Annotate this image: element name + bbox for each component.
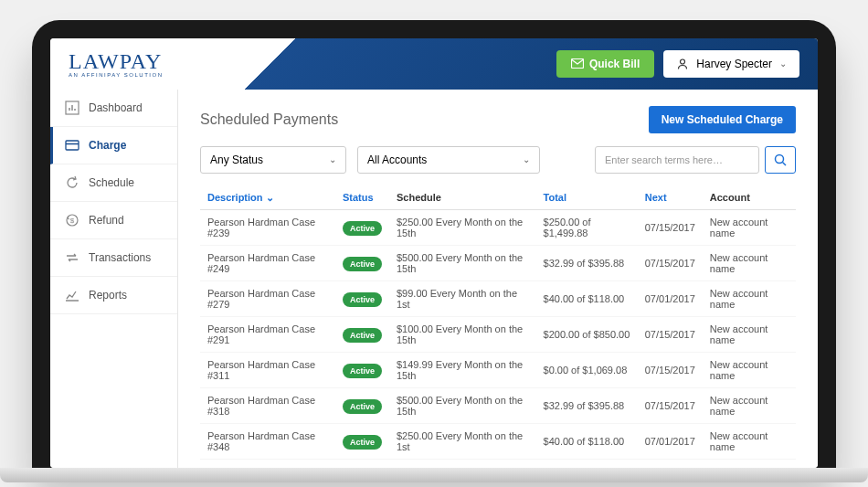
table-row[interactable]: Pearson Hardman Case #348Active$250.00 E… bbox=[200, 423, 796, 459]
cell-total: $250.00 of $1,499.88 bbox=[536, 209, 638, 245]
refresh-icon bbox=[65, 175, 79, 190]
cell-next: 07/01/2017 bbox=[638, 459, 703, 468]
cell-status: Active bbox=[335, 459, 389, 468]
accounts-filter[interactable]: All Accounts ⌄ bbox=[357, 146, 540, 174]
table-row[interactable]: Pearson Hardman Case #367Active$118.24 E… bbox=[200, 459, 796, 468]
cell-status: Active bbox=[335, 423, 389, 459]
status-badge: Active bbox=[343, 435, 382, 450]
search-input[interactable] bbox=[595, 146, 759, 174]
status-badge: Active bbox=[343, 221, 382, 236]
chevron-down-icon: ⌄ bbox=[779, 58, 787, 69]
refund-icon: $ bbox=[65, 213, 79, 228]
cell-next: 07/01/2017 bbox=[638, 423, 703, 459]
svg-line-12 bbox=[783, 162, 787, 165]
cell-total: $40.00 of $118.00 bbox=[536, 423, 638, 459]
cell-total: $0.00 of $1,069.08 bbox=[536, 352, 638, 387]
sidebar-item-label: Reports bbox=[89, 289, 127, 302]
cell-description: Pearson Hardman Case #239 bbox=[200, 209, 335, 245]
brand-logo: LAWPAY AN AFFINIPAY SOLUTION bbox=[69, 49, 164, 78]
sidebar-item-charge[interactable]: Charge bbox=[50, 127, 177, 164]
sidebar-item-label: Schedule bbox=[89, 176, 134, 189]
cell-account: New account name bbox=[703, 316, 796, 352]
cell-total: $200.00 of $850.00 bbox=[536, 316, 638, 352]
search-button[interactable] bbox=[765, 146, 796, 174]
brand-tagline: AN AFFINIPAY SOLUTION bbox=[69, 72, 164, 78]
col-next[interactable]: Next bbox=[638, 186, 703, 210]
search-box bbox=[595, 146, 796, 174]
status-filter[interactable]: Any Status ⌄ bbox=[200, 146, 346, 174]
sidebar-item-schedule[interactable]: Schedule bbox=[50, 164, 177, 202]
table-row[interactable]: Pearson Hardman Case #249Active$500.00 E… bbox=[200, 245, 796, 281]
cell-schedule: $100.00 Every Month on the 15th bbox=[389, 316, 536, 352]
svg-rect-6 bbox=[66, 141, 79, 150]
cell-next: 07/15/2017 bbox=[638, 387, 703, 423]
cell-description: Pearson Hardman Case #348 bbox=[200, 423, 335, 459]
sidebar-item-label: Charge bbox=[89, 139, 126, 152]
status-badge: Active bbox=[343, 364, 382, 378]
cell-account: New account name bbox=[703, 281, 796, 316]
cell-schedule: $118.24 Every Month on the 1st bbox=[389, 459, 536, 468]
sidebar-item-label: Refund bbox=[89, 214, 124, 227]
accounts-filter-label: All Accounts bbox=[367, 154, 427, 166]
new-scheduled-charge-button[interactable]: New Scheduled Charge bbox=[649, 106, 796, 133]
app-header: LAWPAY AN AFFINIPAY SOLUTION Quick Bill … bbox=[50, 38, 818, 90]
sidebar-item-dashboard[interactable]: Dashboard bbox=[50, 90, 177, 127]
transfer-icon bbox=[65, 250, 79, 265]
table-row[interactable]: Pearson Hardman Case #291Active$100.00 E… bbox=[200, 316, 796, 352]
cell-description: Pearson Hardman Case #311 bbox=[200, 352, 335, 387]
brand-name: LAWPAY bbox=[69, 49, 162, 73]
table-row[interactable]: Pearson Hardman Case #311Active$149.99 E… bbox=[200, 352, 796, 387]
table-row[interactable]: Pearson Hardman Case #318Active$500.00 E… bbox=[200, 387, 796, 423]
svg-point-1 bbox=[681, 59, 685, 64]
mail-icon bbox=[571, 58, 584, 69]
laptop-frame: LAWPAY AN AFFINIPAY SOLUTION Quick Bill … bbox=[32, 20, 836, 468]
sidebar-item-label: Transactions bbox=[89, 251, 151, 264]
cell-total: $200.00 of $850.00 bbox=[536, 459, 638, 468]
col-account: Account bbox=[703, 186, 796, 210]
cell-next: 07/15/2017 bbox=[638, 352, 703, 387]
user-menu[interactable]: Harvey Specter ⌄ bbox=[663, 50, 799, 78]
col-description[interactable]: Description ⌄ bbox=[200, 186, 335, 210]
status-badge: Active bbox=[343, 257, 382, 271]
col-total[interactable]: Total bbox=[536, 186, 638, 210]
svg-text:$: $ bbox=[70, 217, 75, 225]
card-icon bbox=[65, 138, 79, 153]
sidebar-item-refund[interactable]: $ Refund bbox=[50, 202, 177, 239]
cell-account: New account name bbox=[703, 209, 796, 245]
quick-bill-label: Quick Bill bbox=[589, 58, 640, 70]
cell-status: Active bbox=[335, 352, 389, 387]
status-badge: Active bbox=[343, 292, 382, 307]
chevron-down-icon: ⌄ bbox=[329, 154, 336, 164]
cell-description: Pearson Hardman Case #279 bbox=[200, 281, 335, 316]
quick-bill-button[interactable]: Quick Bill bbox=[556, 50, 654, 78]
app-screen: LAWPAY AN AFFINIPAY SOLUTION Quick Bill … bbox=[50, 38, 818, 468]
cell-description: Pearson Hardman Case #367 bbox=[200, 459, 335, 468]
cell-account: New account name bbox=[703, 423, 796, 459]
sidebar: Dashboard Charge Schedule $ bbox=[50, 90, 178, 468]
cell-next: 07/15/2017 bbox=[638, 245, 703, 281]
layout: Dashboard Charge Schedule $ bbox=[50, 90, 818, 468]
status-filter-label: Any Status bbox=[210, 154, 263, 166]
cell-schedule: $500.00 Every Month on the 15th bbox=[389, 387, 536, 423]
cell-schedule: $250.00 Every Month on the 15th bbox=[389, 209, 536, 245]
cell-status: Active bbox=[335, 387, 389, 423]
cell-schedule: $250.00 Every Month on the 1st bbox=[389, 423, 536, 459]
status-badge: Active bbox=[343, 399, 382, 414]
cell-total: $32.99 of $395.88 bbox=[536, 387, 638, 423]
col-status[interactable]: Status bbox=[335, 186, 389, 210]
table-row[interactable]: Pearson Hardman Case #239Active$250.00 E… bbox=[200, 209, 796, 245]
col-schedule: Schedule bbox=[389, 186, 536, 210]
cell-account: New account name bbox=[703, 245, 796, 281]
filter-bar: Any Status ⌄ All Accounts ⌄ bbox=[200, 146, 796, 174]
cell-description: Pearson Hardman Case #318 bbox=[200, 387, 335, 423]
sort-down-icon: ⌄ bbox=[266, 192, 274, 203]
sidebar-item-transactions[interactable]: Transactions bbox=[50, 239, 177, 277]
status-badge: Active bbox=[343, 328, 382, 343]
cell-schedule: $500.00 Every Month on the 15th bbox=[389, 245, 536, 281]
page-title: Scheduled Payments bbox=[200, 111, 338, 128]
chart-icon bbox=[65, 288, 79, 302]
sidebar-item-reports[interactable]: Reports bbox=[50, 277, 177, 314]
svg-point-11 bbox=[776, 154, 784, 163]
table-row[interactable]: Pearson Hardman Case #279Active$99.00 Ev… bbox=[200, 281, 796, 316]
table-header-row: Description ⌄ Status Schedule Total Next… bbox=[200, 186, 796, 210]
